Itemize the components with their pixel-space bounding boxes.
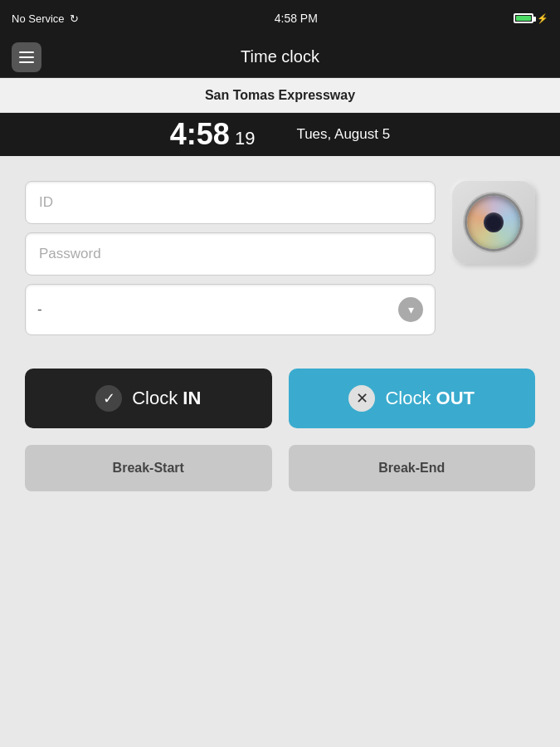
nav-bar: Time clock [0, 37, 560, 78]
time-bar: 4:58 19 Tues, August 5 [0, 113, 560, 156]
password-input[interactable] [25, 232, 436, 276]
status-bar: No Service ↻ 4:58 PM ⚡ [0, 0, 560, 37]
time-display: 4:58 19 [170, 117, 256, 152]
clock-in-label: Clock IN [132, 388, 201, 409]
date-display: Tues, August 5 [296, 126, 390, 143]
id-input[interactable] [25, 181, 436, 224]
break-buttons-row: Break-Start Break-End [25, 445, 535, 491]
checkmark-icon: ✓ [95, 385, 122, 412]
camera-button[interactable] [452, 181, 535, 264]
hamburger-line-3 [19, 61, 34, 63]
clock-out-button[interactable]: ✕ Clock OUT [289, 369, 536, 428]
battery-fill [516, 16, 531, 21]
break-start-button[interactable]: Break-Start [25, 445, 272, 491]
battery-icon [514, 13, 533, 23]
clock-in-button[interactable]: ✓ Clock IN [25, 369, 272, 428]
time-seconds: 19 [235, 128, 255, 149]
dropdown-value: - [37, 301, 42, 318]
inputs-column: - ▾ [25, 181, 436, 335]
page-title: Time clock [241, 47, 319, 66]
status-time: 4:58 PM [275, 12, 318, 25]
hamburger-line-2 [19, 56, 34, 58]
carrier-text: No Service [12, 12, 65, 25]
clock-out-label: Clock OUT [385, 388, 475, 409]
dropdown-selector[interactable]: - ▾ [25, 284, 436, 335]
camera-lens-inner [484, 212, 504, 232]
location-bar: San Tomas Expressway [0, 78, 560, 113]
clock-buttons-row: ✓ Clock IN ✕ Clock OUT [25, 369, 535, 428]
input-camera-row: - ▾ [25, 181, 535, 335]
break-start-label: Break-Start [113, 461, 184, 476]
hamburger-line-1 [19, 51, 34, 53]
chevron-down-icon: ▾ [398, 297, 423, 322]
refresh-icon: ↻ [70, 12, 79, 25]
status-right: ⚡ [514, 13, 548, 24]
time-hours-minutes: 4:58 [170, 117, 230, 152]
break-end-label: Break-End [378, 461, 445, 476]
main-content: - ▾ ✓ Clock IN ✕ Cl [0, 156, 560, 508]
x-mark-icon: ✕ [348, 385, 375, 412]
break-end-button[interactable]: Break-End [289, 445, 536, 491]
hamburger-menu-button[interactable] [12, 42, 41, 72]
bolt-icon: ⚡ [537, 13, 548, 24]
status-left: No Service ↻ [12, 12, 79, 25]
location-name: San Tomas Expressway [205, 88, 355, 103]
camera-lens [467, 196, 520, 249]
